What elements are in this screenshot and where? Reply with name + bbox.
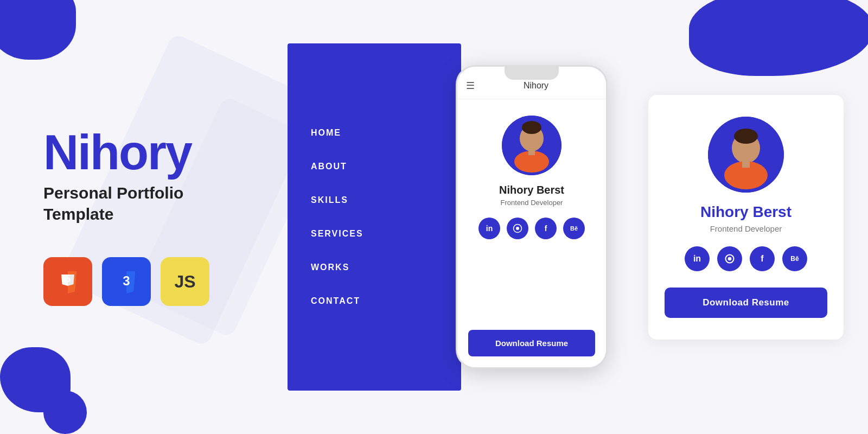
sidebar-nav: HOME ABOUT SKILLS SERVICES WORKS CONTACT: [289, 45, 459, 389]
svg-point-23: [728, 257, 732, 260]
profile-facebook-icon[interactable]: f: [750, 246, 775, 271]
js-icon: JS: [161, 257, 209, 306]
profile-behance-icon[interactable]: Bě: [782, 246, 807, 271]
profile-download-resume-button[interactable]: Download Resume: [665, 288, 827, 318]
main-container: Nihory Personal Portfolio Template 5: [0, 0, 868, 434]
nav-item-works[interactable]: WORKS: [289, 251, 459, 284]
js-label: JS: [174, 272, 195, 292]
profile-avatar-large: [708, 117, 784, 193]
phone-app-title: Nihory: [475, 81, 597, 91]
phone-avatar: [502, 116, 561, 175]
profile-role-large: Frontend Developer: [665, 224, 827, 233]
right-section: Nihory Berst Frontend Developer in f Bě …: [624, 0, 868, 434]
profile-person-svg: [708, 117, 784, 193]
tech-icons-row: 5 3 JS: [43, 257, 288, 306]
phone-download-resume-button[interactable]: Download Resume: [468, 330, 595, 356]
svg-rect-21: [742, 158, 750, 168]
phone-person-role: Frontend Developer: [501, 199, 563, 207]
brand-title: Nihory: [43, 128, 288, 177]
nav-item-home[interactable]: HOME: [289, 116, 459, 150]
phone-facebook-icon[interactable]: f: [535, 218, 557, 239]
phone-social-icons: in f Bě: [478, 218, 585, 239]
phone-mockup: ☰ Nihory: [456, 65, 608, 369]
phone-notch: [505, 67, 559, 80]
svg-point-10: [522, 121, 541, 134]
css3-icon: 3: [102, 257, 151, 306]
phone-person-name: Nihory Berst: [499, 184, 564, 196]
svg-text:3: 3: [123, 273, 130, 288]
desktop-sidebar-preview: HOME ABOUT SKILLS SERVICES WORKS CONTACT: [288, 43, 461, 391]
phone-linkedin-icon[interactable]: in: [478, 218, 500, 239]
brand-subtitle: Personal Portfolio Template: [43, 182, 288, 225]
phone-person-svg: [502, 116, 561, 175]
profile-name-large: Nihory Berst: [665, 203, 827, 221]
svg-point-18: [734, 129, 758, 144]
html5-icon: 5: [43, 257, 92, 306]
nav-item-services[interactable]: SERVICES: [289, 217, 459, 251]
hamburger-icon[interactable]: ☰: [466, 80, 475, 92]
profile-social-icons: in f Bě: [665, 246, 827, 271]
html5-svg: 5: [54, 268, 81, 295]
phone-content: Nihory Berst Frontend Developer in f Bě …: [457, 99, 606, 367]
profile-card: Nihory Berst Frontend Developer in f Bě …: [648, 95, 844, 340]
svg-rect-13: [528, 147, 535, 155]
profile-github-icon[interactable]: [717, 246, 742, 271]
left-section: Nihory Personal Portfolio Template 5: [0, 0, 288, 434]
nav-item-skills[interactable]: SKILLS: [289, 183, 459, 217]
phone-behance-icon[interactable]: Bě: [563, 218, 585, 239]
middle-section: HOME ABOUT SKILLS SERVICES WORKS CONTACT…: [288, 0, 624, 434]
profile-linkedin-icon[interactable]: in: [685, 246, 710, 271]
css3-svg: 3: [113, 268, 140, 295]
nav-item-about[interactable]: ABOUT: [289, 150, 459, 183]
nav-item-contact[interactable]: CONTACT: [289, 284, 459, 318]
phone-github-icon[interactable]: [507, 218, 528, 239]
svg-point-15: [516, 227, 519, 230]
svg-text:5: 5: [65, 273, 71, 284]
